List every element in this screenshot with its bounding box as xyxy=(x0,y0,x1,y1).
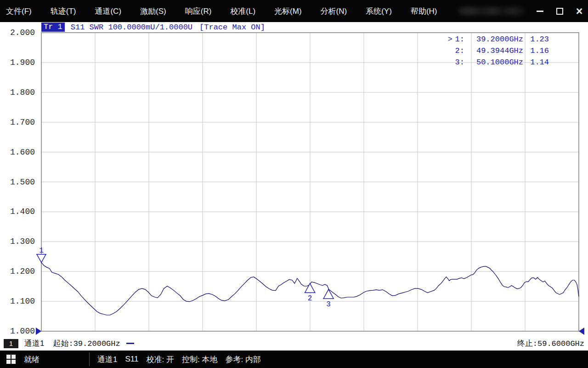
y-axis-tick-label: 1.900 xyxy=(0,58,35,68)
statusbar-control-label: 控制: 本地 xyxy=(182,354,217,365)
swr-trace-chart: 123 xyxy=(41,33,579,331)
marker-number: 3: xyxy=(452,57,464,68)
y-axis-tick-label: 1.800 xyxy=(0,87,35,98)
trace-measurement-label: S11 SWR 100.0000mU/1.0000U xyxy=(71,23,192,32)
marker-frequency: 39.2000GHz xyxy=(464,34,523,45)
restore-button[interactable] xyxy=(554,5,565,17)
y-axis-tick-label: 1.600 xyxy=(0,147,35,157)
marker-frequency: 49.3944GHz xyxy=(464,45,523,57)
marker-value: 1.23 xyxy=(523,34,549,45)
y-axis-tick-label: 1.700 xyxy=(0,117,35,127)
start-frequency-label: 起始:39.2000GHz xyxy=(53,338,120,349)
minimize-button[interactable] xyxy=(534,5,546,17)
y-axis-tick-label: 1.100 xyxy=(0,296,35,306)
menu-marker[interactable]: 光标(M) xyxy=(274,6,301,17)
marker-readout-row-1: > 1: 39.2000GHz 1.23 xyxy=(445,34,549,45)
y-axis-tick-label: 1.500 xyxy=(0,177,35,187)
y-axis-tick-label: 1.300 xyxy=(0,236,35,247)
close-icon: × xyxy=(576,6,583,17)
menu-help[interactable]: 帮助(H) xyxy=(411,6,437,17)
trace-max-mode-label: [Trace Max ON] xyxy=(199,23,265,32)
active-marker-indicator: > xyxy=(445,34,452,45)
vna-application-window: 文件(F) 轨迹(T) 通道(C) 激励(S) 响应(R) 校准(L) 光标(M… xyxy=(0,0,588,368)
marker-3-label: 3 xyxy=(326,300,331,309)
marker-1-label: 1 xyxy=(39,247,44,255)
channel-number-badge[interactable]: 1 xyxy=(4,339,18,348)
marker-value: 1.16 xyxy=(523,45,549,57)
app-menu-grid-icon[interactable] xyxy=(6,355,16,364)
statusbar-reference-label: 参考: 内部 xyxy=(225,354,260,365)
channel-bar: 1 通道1 起始:39.2000GHz 终止:59.6000GHz xyxy=(0,336,588,351)
marker-number: 1: xyxy=(452,34,464,45)
y-axis-tick-label: 1.400 xyxy=(0,207,35,217)
menu-stimulus[interactable]: 激励(S) xyxy=(140,6,166,17)
marker-value: 1.14 xyxy=(523,57,549,68)
marker-2-triangle-icon[interactable] xyxy=(305,283,315,293)
minimize-icon xyxy=(537,11,543,12)
y-axis-labels: 2.0001.9001.8001.7001.6001.5001.4001.300… xyxy=(0,0,36,350)
menu-response[interactable]: 响应(R) xyxy=(185,6,212,17)
menu-channel[interactable]: 通道(C) xyxy=(95,6,121,17)
menu-cal[interactable]: 校准(L) xyxy=(230,6,255,17)
trace-header: Tr 1 S11 SWR 100.0000mU/1.0000U [Trace M… xyxy=(41,23,265,32)
menu-bar: 文件(F) 轨迹(T) 通道(C) 激励(S) 响应(R) 校准(L) 光标(M… xyxy=(0,0,588,22)
menu-analysis[interactable]: 分析(N) xyxy=(321,6,347,17)
statusbar-channel-label: 通道1 xyxy=(97,354,117,365)
channel-name-label: 通道1 xyxy=(24,338,44,349)
marker-readout-row-2: 2: 49.3944GHz 1.16 xyxy=(445,45,549,57)
stop-frequency-label: 终止:59.6000GHz xyxy=(517,338,584,349)
marker-readout-panel: > 1: 39.2000GHz 1.23 2: 49.3944GHz 1.16 … xyxy=(445,34,549,68)
chart-plot-area[interactable]: 123 xyxy=(41,33,579,331)
trace-badge[interactable]: Tr 1 xyxy=(41,23,65,32)
ready-status-label: 就绪 xyxy=(24,354,40,365)
statusbar-cal-label: 校准: 开 xyxy=(146,354,174,365)
menu-system[interactable]: 系统(Y) xyxy=(366,6,392,17)
marker-number: 2: xyxy=(452,45,464,57)
close-button[interactable]: × xyxy=(573,5,585,17)
statusbar-divider xyxy=(89,352,90,366)
statusbar-parameter-label: S11 xyxy=(125,355,138,364)
marker-2-label: 2 xyxy=(308,294,312,303)
y-axis-tick-label: 1.000 xyxy=(0,326,35,336)
marker-3-triangle-icon[interactable] xyxy=(323,289,334,299)
marker-readout-row-3: 3: 50.1000GHz 1.14 xyxy=(445,57,549,68)
window-controls: × xyxy=(534,0,585,22)
y-axis-tick-label: 1.200 xyxy=(0,266,35,276)
marker-frequency: 50.1000GHz xyxy=(464,57,523,68)
status-bar: 就绪 通道1 S11 校准: 开 控制: 本地 参考: 内部 xyxy=(0,351,588,368)
ref-level-left-icon xyxy=(36,328,41,335)
redacted-watermark xyxy=(458,7,525,15)
y-axis-tick-label: 2.000 xyxy=(0,28,35,38)
marker-1-triangle-icon[interactable] xyxy=(37,254,46,263)
restore-window-icon xyxy=(556,8,563,15)
ref-level-right-icon xyxy=(579,328,584,335)
menu-trace[interactable]: 轨迹(T) xyxy=(51,6,76,17)
trace-color-key-icon xyxy=(126,343,134,344)
